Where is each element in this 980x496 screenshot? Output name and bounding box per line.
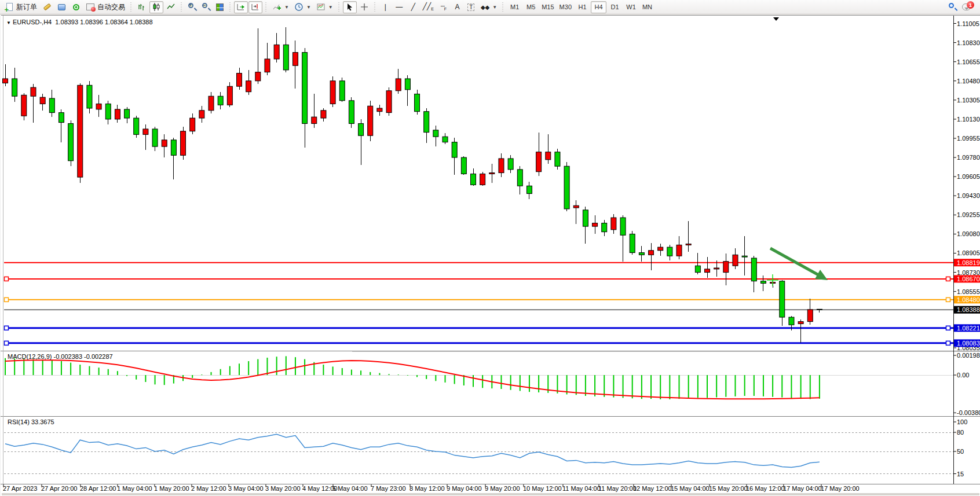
- tf-w1-button[interactable]: W1: [623, 1, 639, 13]
- tf-m15-button[interactable]: M15: [539, 1, 556, 13]
- candle: [339, 81, 345, 101]
- svg-text:1.09605: 1.09605: [957, 173, 980, 180]
- horizontal-line-button[interactable]: —: [393, 1, 406, 13]
- tf-d1-button[interactable]: D1: [607, 1, 623, 13]
- tf-m5-button[interactable]: M5: [523, 1, 539, 13]
- new-order-icon: [5, 2, 14, 12]
- horizontal-line-icon: —: [396, 3, 403, 11]
- candle: [349, 101, 354, 124]
- tf-m30-button[interactable]: M30: [557, 1, 574, 13]
- candle: [255, 72, 261, 81]
- line-handle[interactable]: [946, 297, 950, 302]
- auto-scroll-button[interactable]: [234, 1, 248, 13]
- zoom-out-button[interactable]: −: [199, 1, 213, 13]
- collapse-arrow-icon[interactable]: ▼: [6, 20, 11, 25]
- line-handle[interactable]: [5, 326, 9, 330]
- new-order-button[interactable]: 新订单: [2, 1, 39, 13]
- candle: [583, 210, 588, 226]
- line-chart-button[interactable]: [164, 1, 178, 13]
- candle: [321, 111, 326, 118]
- svg-text:1.10830: 1.10830: [957, 39, 980, 46]
- tile-windows-button[interactable]: [213, 1, 226, 13]
- auto-scroll-icon: [236, 2, 246, 12]
- candle: [677, 245, 682, 256]
- templates-button[interactable]: ▼: [314, 1, 335, 13]
- text-label-icon: T: [467, 3, 474, 11]
- candle: [405, 79, 410, 90]
- date-label: 11 May 20:00: [598, 485, 637, 492]
- chart-shift-button[interactable]: [248, 1, 262, 13]
- dropdown-caret-icon: ▼: [284, 5, 289, 10]
- tf-m1-button[interactable]: M1: [507, 1, 522, 13]
- candle: [415, 94, 420, 111]
- date-label: 15 May 04:00: [671, 485, 710, 492]
- vertical-line-button[interactable]: |: [379, 1, 392, 13]
- svg-text:1.08730: 1.08730: [957, 269, 980, 276]
- periods-button[interactable]: ▼: [292, 1, 313, 13]
- svg-text:80: 80: [957, 429, 964, 436]
- indicators-button[interactable]: ▼: [270, 1, 291, 13]
- tf-h4-button[interactable]: H4: [591, 1, 606, 13]
- auto-trading-button[interactable]: 自动交易: [83, 1, 127, 13]
- date-label: 1 May 04:00: [117, 485, 152, 492]
- toolbar-grip: [501, 2, 505, 12]
- equidistant-channel-button[interactable]: ╱╱E: [420, 1, 436, 13]
- indicators-icon: [272, 2, 281, 12]
- text-label-button[interactable]: T: [465, 1, 478, 13]
- candle: [508, 159, 513, 170]
- candle: [162, 140, 167, 146]
- candle: [312, 117, 317, 123]
- line-handle[interactable]: [946, 341, 950, 345]
- rsi-indicator-label: RSI(14) 33.3675: [8, 418, 54, 425]
- line-handle[interactable]: [5, 277, 9, 281]
- candle: [190, 118, 195, 131]
- arrows-button[interactable]: ◆◆ ▼: [478, 1, 499, 13]
- candle: [760, 281, 766, 284]
- auto-trading-label: 自动交易: [97, 2, 125, 12]
- chart-window: 1.110051.108301.106551.104801.103051.101…: [1, 15, 980, 496]
- zoom-in-button[interactable]: +: [185, 1, 199, 13]
- signals-button[interactable]: [69, 1, 83, 13]
- trendline-icon: ╱: [411, 3, 415, 11]
- candle: [424, 112, 429, 133]
- candle: [134, 118, 139, 134]
- tf-h1-button[interactable]: H1: [575, 1, 590, 13]
- chart-canvas[interactable]: 1.110051.108301.106551.104801.103051.101…: [1, 1, 980, 496]
- candle: [667, 247, 672, 256]
- line-handle[interactable]: [5, 341, 9, 345]
- toolbar-grip: [337, 2, 341, 12]
- channel-icon: ╱╱E: [423, 2, 434, 11]
- tf-mn-button[interactable]: MN: [639, 1, 655, 13]
- signal-icon: [71, 2, 81, 12]
- crayon-button[interactable]: [40, 1, 54, 13]
- search-button[interactable]: [946, 1, 959, 13]
- fibonacci-button[interactable]: ┄F: [437, 1, 450, 13]
- macd-indicator-label: MACD(12,26,9) -0.002383 -0.002287: [8, 353, 113, 360]
- chart-title[interactable]: ▼ EURUSD-,H4 1.08393 1.08396 1.08364 1.0…: [6, 19, 153, 25]
- line-handle[interactable]: [946, 326, 950, 330]
- candle: [555, 152, 560, 167]
- data-window-button[interactable]: [54, 1, 68, 13]
- tile-windows-icon: [216, 3, 224, 11]
- cursor-button[interactable]: [343, 1, 357, 13]
- candle: [611, 218, 616, 230]
- candle: [723, 262, 729, 273]
- candle: [283, 45, 288, 69]
- svg-text:1.08819: 1.08819: [957, 259, 980, 266]
- line-handle[interactable]: [946, 277, 950, 281]
- text-button[interactable]: A: [451, 1, 464, 13]
- candle: [87, 85, 92, 108]
- main-toolbar: 新订单 自动交易 + − ▼ ▼: [0, 0, 980, 14]
- trendline-button[interactable]: ╱: [407, 1, 420, 13]
- svg-text:1.08388: 1.08388: [957, 306, 980, 313]
- svg-text:1.10305: 1.10305: [957, 97, 980, 104]
- line-handle[interactable]: [5, 297, 9, 302]
- bar-chart-button[interactable]: [135, 1, 149, 13]
- candle: [705, 269, 710, 273]
- candle: [171, 140, 176, 155]
- date-label: 17 May 04:00: [783, 485, 822, 492]
- crosshair-button[interactable]: [357, 1, 371, 13]
- notifications-button[interactable]: 1: [960, 1, 973, 13]
- candlestick-chart-button[interactable]: [149, 1, 163, 13]
- candle: [218, 96, 223, 105]
